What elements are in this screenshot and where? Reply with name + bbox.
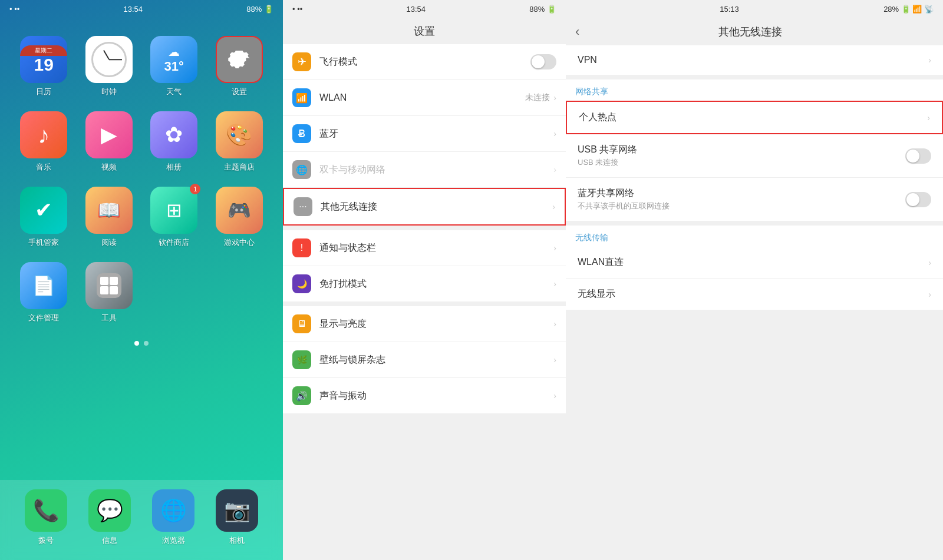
settings-status-dots: • •• xyxy=(292,5,302,14)
browser-icon: 🌐 xyxy=(152,489,194,532)
page-indicator xyxy=(0,341,283,346)
wireless-icon: ··· xyxy=(294,197,312,216)
app-item-file[interactable]: 📄 文件管理 xyxy=(14,262,74,323)
app-item-software[interactable]: ⊞ 1 软件商店 xyxy=(144,187,204,248)
settings-section-notify: ! 通知与状态栏 › 🌙 免打扰模式 › xyxy=(283,230,566,301)
settings-item-simcard[interactable]: 🌐 双卡与移动网络 › xyxy=(283,152,566,188)
home-battery: 88% 🔋 xyxy=(246,5,273,14)
wireless-header: ‹ 其他无线连接 xyxy=(566,18,943,45)
settings-item-bluetooth[interactable]: Ƀ 蓝牙 › xyxy=(283,116,566,152)
app-item-manager[interactable]: ✔ 手机管家 xyxy=(14,187,74,248)
vpn-right: › xyxy=(928,55,931,65)
settings-battery: 88% 🔋 xyxy=(529,5,556,14)
clock-icon xyxy=(85,36,133,83)
bt-share-content: 蓝牙共享网络 不共享该手机的互联网连接 xyxy=(578,187,905,211)
dock-phone[interactable]: 📞 拨号 xyxy=(25,489,67,546)
settings-list: ✈ 飞行模式 📶 WLAN 未连接 › Ƀ 蓝牙 › 🌐 xyxy=(283,44,566,560)
app-item-video[interactable]: ▶ 视频 xyxy=(80,111,139,173)
wireless-transfer-label: 无线传输 xyxy=(566,226,943,247)
wlan-chevron: › xyxy=(553,93,556,102)
wireless-item-hotspot[interactable]: 个人热点 › xyxy=(566,101,943,134)
settings-item-wireless[interactable]: ··· 其他无线连接 › xyxy=(283,188,566,226)
settings-item-display[interactable]: 🖥 显示与亮度 › xyxy=(283,306,566,342)
theme-icon: 🎨 xyxy=(216,111,263,158)
app-item-calendar[interactable]: 星期二 19 日历 xyxy=(14,36,74,97)
hotspot-content: 个人热点 xyxy=(579,111,927,124)
vpn-section: VPN › xyxy=(566,45,943,75)
settings-panel: • •• 13:54 88% 🔋 设置 ✈ 飞行模式 📶 WLAN 未连接 › xyxy=(283,0,566,560)
wallpaper-chevron: › xyxy=(553,355,556,365)
bluetooth-chevron: › xyxy=(553,129,556,138)
bt-share-toggle[interactable] xyxy=(905,192,931,207)
page-dot-2 xyxy=(144,341,149,346)
dock-browser[interactable]: 🌐 浏览器 xyxy=(152,489,194,546)
settings-item-notify[interactable]: ! 通知与状态栏 › xyxy=(283,230,566,266)
settings-item-sound[interactable]: 🔊 声音与振动 › xyxy=(283,378,566,413)
wireless-item-vpn[interactable]: VPN › xyxy=(566,45,943,75)
wireless-battery: 28% 🔋 📶 📡 xyxy=(883,5,934,14)
app-item-tools[interactable]: 工具 xyxy=(80,262,139,323)
app-item-weather[interactable]: ☁ 31° 天气 xyxy=(144,36,204,97)
simcard-icon: 🌐 xyxy=(292,160,311,179)
messages-icon: 💬 xyxy=(88,489,131,532)
wireless-item-wlan-direct[interactable]: WLAN直连 › xyxy=(566,247,943,279)
dock-messages[interactable]: 💬 信息 xyxy=(88,489,131,546)
wireless-display-right: › xyxy=(928,290,931,299)
settings-item-wlan[interactable]: 📶 WLAN 未连接 › xyxy=(283,80,566,116)
wireless-display-chevron: › xyxy=(928,290,931,299)
app-item-game[interactable]: 🎮 游戏中心 xyxy=(210,187,269,248)
display-chevron: › xyxy=(553,319,556,329)
usb-right xyxy=(905,148,931,164)
wireless-chevron: › xyxy=(552,202,555,211)
usb-toggle-knob xyxy=(906,150,919,163)
bt-share-toggle-knob xyxy=(906,193,919,206)
dnd-chevron: › xyxy=(553,279,556,289)
settings-time: 13:54 xyxy=(407,5,426,14)
bottom-dock: 📞 拨号 💬 信息 🌐 浏览器 📷 相机 xyxy=(0,480,283,560)
hotspot-right: › xyxy=(927,113,930,122)
settings-icon xyxy=(216,36,263,83)
video-icon: ▶ xyxy=(85,111,133,158)
display-icon: 🖥 xyxy=(292,314,311,333)
back-button[interactable]: ‹ xyxy=(575,24,579,39)
settings-item-dnd[interactable]: 🌙 免打扰模式 › xyxy=(283,266,566,301)
home-screen: • •• 13:54 88% 🔋 星期二 19 日历 时钟 ☁ xyxy=(0,0,283,560)
bluetooth-icon: Ƀ xyxy=(292,124,311,143)
wlan-direct-content: WLAN直连 xyxy=(578,256,928,269)
wireless-display-content: 无线显示 xyxy=(578,288,928,300)
app-item-settings[interactable]: 设置 xyxy=(210,36,269,97)
settings-item-wallpaper[interactable]: 🌿 壁纸与锁屏杂志 › xyxy=(283,342,566,378)
camera-icon: 📷 xyxy=(216,489,258,532)
wireless-item-bt-share[interactable]: 蓝牙共享网络 不共享该手机的互联网连接 xyxy=(566,178,943,221)
wireless-item-wireless-display[interactable]: 无线显示 › xyxy=(566,279,943,310)
calendar-icon: 星期二 19 xyxy=(20,36,67,83)
wallpaper-icon: 🌿 xyxy=(292,350,311,369)
airplane-toggle[interactable] xyxy=(530,54,556,69)
app-item-theme[interactable]: 🎨 主题商店 xyxy=(210,111,269,173)
app-item-photo[interactable]: ✿ 相册 xyxy=(144,111,204,173)
app-item-clock[interactable]: 时钟 xyxy=(80,36,139,97)
wireless-item-usb[interactable]: USB 共享网络 USB 未连接 xyxy=(566,134,943,178)
app-grid: 星期二 19 日历 时钟 ☁ 31° 天气 xyxy=(0,24,283,335)
dock-camera[interactable]: 📷 相机 xyxy=(216,489,258,546)
settings-title: 设置 xyxy=(283,18,566,44)
home-status-bar: • •• 13:54 88% 🔋 xyxy=(0,0,283,18)
airplane-toggle-knob xyxy=(532,55,545,68)
simcard-chevron: › xyxy=(553,165,556,174)
settings-item-airplane[interactable]: ✈ 飞行模式 xyxy=(283,44,566,80)
home-time: 13:54 xyxy=(124,5,143,14)
app-item-music[interactable]: ♪ 音乐 xyxy=(14,111,74,173)
vpn-content: VPN xyxy=(578,55,928,65)
usb-toggle[interactable] xyxy=(905,148,931,164)
reader-icon: 📖 xyxy=(85,187,133,234)
settings-section-display: 🖥 显示与亮度 › 🌿 壁纸与锁屏杂志 › 🔊 声音与振动 › xyxy=(283,306,566,413)
wlan-direct-right: › xyxy=(928,258,931,267)
wireless-list: VPN › 网络共享 个人热点 › USB 共享 xyxy=(566,45,943,560)
wireless-transfer-section: 无线传输 WLAN直连 › 无线显示 › xyxy=(566,226,943,310)
app-item-reader[interactable]: 📖 阅读 xyxy=(80,187,139,248)
home-status-dots: • •• xyxy=(9,5,19,14)
notify-icon: ! xyxy=(292,238,311,257)
wireless-title: 其他无线连接 xyxy=(584,25,916,39)
settings-status-bar: • •• 13:54 88% 🔋 xyxy=(283,0,566,18)
network-sharing-label: 网络共享 xyxy=(566,79,943,101)
